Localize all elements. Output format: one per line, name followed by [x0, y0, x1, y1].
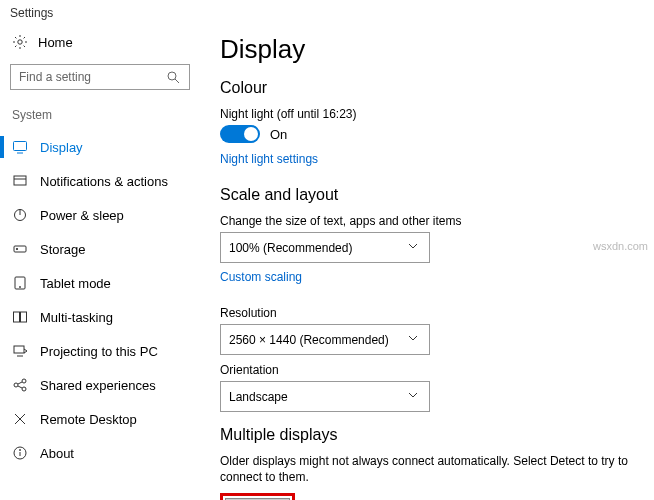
sidebar-item-label: Notifications & actions: [40, 174, 168, 189]
svg-point-1: [168, 72, 176, 80]
svg-point-17: [22, 379, 26, 383]
watermark: wsxdn.com: [593, 240, 648, 252]
sidebar-item-power[interactable]: Power & sleep: [10, 198, 190, 232]
night-light-toggle[interactable]: [220, 125, 260, 143]
resolution-label: Resolution: [220, 306, 634, 320]
section-colour: Colour: [220, 79, 634, 97]
chevron-down-icon: [405, 387, 421, 406]
svg-point-18: [22, 387, 26, 391]
main-panel: Display Colour Night light (off until 16…: [200, 26, 654, 500]
custom-scaling-link[interactable]: Custom scaling: [220, 270, 302, 284]
home-label: Home: [38, 35, 73, 50]
dropdown-value: Landscape: [229, 390, 288, 404]
sidebar-item-label: Shared experiences: [40, 378, 156, 393]
sidebar-item-display[interactable]: Display: [10, 130, 190, 164]
svg-line-2: [175, 79, 179, 83]
section-scale: Scale and layout: [220, 186, 634, 204]
sidebar-item-label: Storage: [40, 242, 86, 257]
chevron-down-icon: [405, 330, 421, 349]
sidebar-item-label: Remote Desktop: [40, 412, 137, 427]
sidebar-item-shared[interactable]: Shared experiences: [10, 368, 190, 402]
sidebar-item-about[interactable]: About: [10, 436, 190, 470]
gear-icon: [12, 34, 28, 50]
sidebar-item-label: About: [40, 446, 74, 461]
dropdown-value: 100% (Recommended): [229, 241, 352, 255]
orientation-label: Orientation: [220, 363, 634, 377]
chevron-down-icon: [405, 238, 421, 257]
home-button[interactable]: Home: [10, 26, 190, 58]
tablet-icon: [12, 275, 28, 291]
section-multiple: Multiple displays: [220, 426, 634, 444]
svg-rect-5: [14, 176, 26, 185]
text-size-dropdown[interactable]: 100% (Recommended): [220, 232, 430, 263]
search-input[interactable]: Find a setting: [10, 64, 190, 90]
notifications-icon: [12, 173, 28, 189]
search-placeholder: Find a setting: [19, 70, 91, 84]
svg-rect-14: [21, 312, 27, 322]
shared-icon: [12, 377, 28, 393]
sidebar-item-remote[interactable]: Remote Desktop: [10, 402, 190, 436]
svg-rect-15: [14, 346, 24, 353]
svg-line-20: [18, 386, 22, 388]
orientation-dropdown[interactable]: Landscape: [220, 381, 430, 412]
sidebar-item-notifications[interactable]: Notifications & actions: [10, 164, 190, 198]
page-title: Display: [220, 34, 634, 65]
projecting-icon: [12, 343, 28, 359]
power-icon: [12, 207, 28, 223]
sidebar: Home Find a setting System Display Notif…: [0, 26, 200, 500]
svg-line-19: [18, 382, 22, 384]
multiple-desc: Older displays might not always connect …: [220, 454, 634, 485]
svg-rect-13: [14, 312, 20, 322]
svg-rect-3: [14, 142, 27, 151]
about-icon: [12, 445, 28, 461]
toggle-state: On: [270, 127, 287, 142]
sidebar-item-multitasking[interactable]: Multi-tasking: [10, 300, 190, 334]
window-title: Settings: [0, 0, 654, 26]
sidebar-item-tablet[interactable]: Tablet mode: [10, 266, 190, 300]
sidebar-item-projecting[interactable]: Projecting to this PC: [10, 334, 190, 368]
svg-point-12: [20, 287, 21, 288]
dropdown-value: 2560 × 1440 (Recommended): [229, 333, 389, 347]
sidebar-item-label: Display: [40, 140, 83, 155]
sidebar-item-label: Power & sleep: [40, 208, 124, 223]
sidebar-item-label: Tablet mode: [40, 276, 111, 291]
remote-icon: [12, 411, 28, 427]
night-light-settings-link[interactable]: Night light settings: [220, 152, 318, 166]
text-size-label: Change the size of text, apps and other …: [220, 214, 634, 228]
svg-point-0: [18, 40, 22, 44]
search-icon: [165, 69, 181, 85]
svg-point-23: [20, 450, 21, 451]
resolution-dropdown[interactable]: 2560 × 1440 (Recommended): [220, 324, 430, 355]
nav-group-label: System: [10, 108, 190, 122]
storage-icon: [12, 241, 28, 257]
multitasking-icon: [12, 309, 28, 325]
sidebar-item-label: Multi-tasking: [40, 310, 113, 325]
svg-point-16: [14, 383, 18, 387]
night-light-label: Night light (off until 16:23): [220, 107, 634, 121]
svg-point-10: [16, 248, 17, 249]
sidebar-item-label: Projecting to this PC: [40, 344, 158, 359]
display-icon: [12, 139, 28, 155]
detect-highlight: Detect: [220, 493, 295, 500]
sidebar-item-storage[interactable]: Storage: [10, 232, 190, 266]
